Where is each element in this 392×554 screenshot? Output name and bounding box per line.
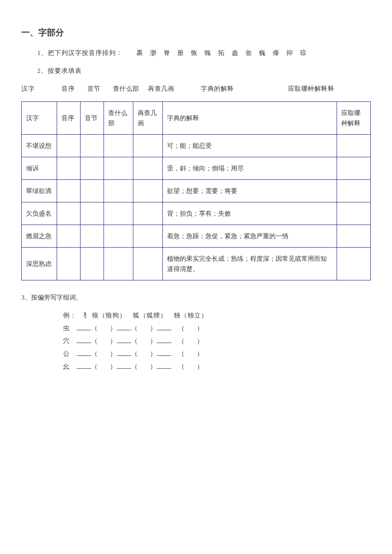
blank-input[interactable] (77, 349, 91, 356)
cell-blank[interactable] (337, 248, 371, 280)
th-bushou: 查什么部 (104, 102, 133, 135)
th-jieshi: 字典的解释 (163, 102, 337, 135)
blank-input[interactable] (77, 336, 91, 343)
table-row: 燃眉之急 着急；急躁；急促，紧急；紧急严重的一情 (22, 225, 371, 248)
table-row: 倾诉 歪，斜；倾向；倒塌；用尽 (22, 157, 371, 180)
cell-blank[interactable] (57, 202, 81, 225)
th-hanzi: 汉字 (22, 102, 57, 135)
blank-input[interactable] (77, 362, 91, 369)
blank-input[interactable] (117, 336, 131, 343)
blank-input[interactable] (117, 349, 131, 356)
cell-jieshi: 着急；急躁；急促，紧急；紧急严重的一情 (163, 225, 337, 248)
cell-hanzi: 不堪设想 (22, 135, 57, 157)
cell-blank[interactable] (337, 157, 371, 180)
label-jihua: 再查几画 (148, 84, 199, 94)
cell-blank[interactable] (57, 157, 81, 180)
cell-hanzi: 翠绿欲滴 (22, 180, 57, 202)
cell-blank[interactable] (104, 157, 133, 180)
radical: 虫 (63, 325, 70, 332)
cell-blank[interactable] (133, 180, 163, 202)
cell-blank[interactable] (81, 202, 104, 225)
th-yinxu: 音序 (57, 102, 81, 135)
cell-jieshi: 歪，斜；倾向；倒塌；用尽 (163, 157, 337, 180)
cell-hanzi: 倾诉 (22, 157, 57, 180)
cell-blank[interactable] (57, 180, 81, 202)
cell-jieshi: 可；能；能忍受 (163, 135, 337, 157)
table-label-row: 汉字 音序 音节 查什么部 再查几画 字典的解释 应取哪种解释释 (21, 84, 371, 94)
radical: 幺 (63, 363, 70, 370)
blank-input[interactable] (117, 362, 131, 369)
cell-blank[interactable] (337, 225, 371, 248)
blank-input[interactable] (157, 362, 171, 369)
th-qushi: 应取哪种解释 (337, 102, 371, 135)
blank-input[interactable] (77, 323, 91, 330)
label-jieshi: 字典的解释 (201, 84, 286, 94)
q3-line: 穴 （）（） （） (21, 336, 371, 346)
cell-blank[interactable] (104, 225, 133, 248)
cell-blank[interactable] (81, 248, 104, 280)
table-header-row: 汉字 音序 音节 查什么部 再查几画 字典的解释 应取哪种解释 (22, 102, 371, 135)
cell-blank[interactable] (81, 225, 104, 248)
label-qushi: 应取哪种解释释 (288, 84, 334, 94)
question-1-text: 1、把下列汉字按音序排列： 裹 渺 脊 册 恢 魄 拓 盎 妆 巍 傣 抑 琼 (21, 48, 371, 58)
blank-input[interactable] (157, 323, 171, 330)
cell-blank[interactable] (133, 202, 163, 225)
table-row: 深思熟虑 植物的果实完全长成；熟练；程度深；因常见或常用而知道得清楚。 (22, 248, 371, 280)
cell-blank[interactable] (133, 225, 163, 248)
cell-blank[interactable] (57, 225, 81, 248)
question-3-intro: 3、按偏旁写字组词。 (21, 292, 371, 303)
label-yinjie: 音节 (87, 84, 111, 94)
q3-line: 虫 （）（） （） (21, 323, 371, 333)
radical: 公 (63, 350, 70, 357)
label-bushou: 查什么部 (113, 84, 146, 94)
cell-jieshi: 植物的果实完全长成；熟练；程度深；因常见或常用而知道得清楚。 (163, 248, 337, 280)
radical: 穴 (63, 338, 70, 344)
cell-blank[interactable] (104, 135, 133, 157)
cell-hanzi: 燃眉之急 (22, 225, 57, 248)
cell-blank[interactable] (337, 180, 371, 202)
blank-input[interactable] (157, 336, 171, 343)
table-row: 不堪设想 可；能；能忍受 (22, 135, 371, 157)
th-yinjie: 音节 (81, 102, 104, 135)
q3-example-line: 例： 犭 狼（狼狗） 狐（狐狸） 独（独立） (21, 310, 371, 320)
cell-blank[interactable] (104, 248, 133, 280)
question-2-intro: 2、按要求填表 (21, 66, 371, 76)
section-title: 一、字部分 (21, 26, 371, 39)
table-row: 欠负盛名 背；担负；享有；失败 (22, 202, 371, 225)
th-jihua: 再查几画 (133, 102, 163, 135)
cell-blank[interactable] (104, 180, 133, 202)
q3-line: 幺 （）（） （） (21, 361, 371, 372)
cell-blank[interactable] (57, 248, 81, 280)
cell-blank[interactable] (81, 135, 104, 157)
cell-blank[interactable] (81, 180, 104, 202)
label-hanzi: 汉字 (21, 84, 60, 94)
cell-blank[interactable] (57, 135, 81, 157)
cell-blank[interactable] (133, 248, 163, 280)
lookup-table: 汉字 音序 音节 查什么部 再查几画 字典的解释 应取哪种解释 不堪设想 可；能… (21, 101, 371, 280)
cell-blank[interactable] (337, 135, 371, 157)
blank-input[interactable] (117, 323, 131, 330)
cell-jieshi: 欲望；想要；需要；将要 (163, 180, 337, 202)
cell-hanzi: 欠负盛名 (22, 202, 57, 225)
cell-blank[interactable] (337, 202, 371, 225)
table-row: 翠绿欲滴 欲望；想要；需要；将要 (22, 180, 371, 202)
cell-blank[interactable] (133, 135, 163, 157)
cell-hanzi: 深思熟虑 (22, 248, 57, 280)
label-yinxu: 音序 (61, 84, 85, 94)
cell-jieshi: 背；担负；享有；失败 (163, 202, 337, 225)
cell-blank[interactable] (81, 157, 104, 180)
cell-blank[interactable] (104, 202, 133, 225)
q3-line: 公 （）（） （） (21, 349, 371, 359)
cell-blank[interactable] (133, 157, 163, 180)
blank-input[interactable] (157, 349, 171, 356)
